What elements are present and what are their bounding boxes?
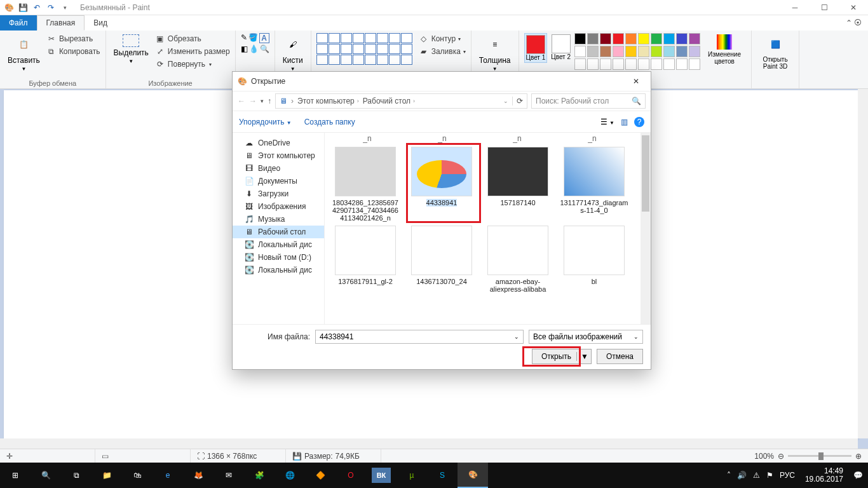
color-palette[interactable]: [574, 33, 700, 70]
nav-history-icon[interactable]: ▾: [261, 98, 264, 104]
color-swatch[interactable]: [663, 46, 675, 57]
open-paint3d-button[interactable]: 🟦 Открыть Paint 3D: [757, 33, 794, 71]
color-swatch-empty[interactable]: [625, 58, 637, 70]
file-item[interactable]: 1376817911_gl-2: [330, 226, 401, 293]
color-swatch[interactable]: [663, 33, 675, 44]
new-folder-button[interactable]: Создать папку: [304, 118, 355, 126]
files-scrollbar[interactable]: [641, 133, 651, 324]
zoom-slider[interactable]: [788, 455, 851, 457]
refresh-icon[interactable]: ⟳: [512, 97, 523, 105]
vertical-scrollbar[interactable]: [858, 89, 868, 438]
color-swatch[interactable]: [651, 33, 662, 44]
color-swatch-empty[interactable]: [651, 58, 662, 70]
home-tab[interactable]: Главная: [37, 15, 85, 30]
bucket-icon[interactable]: 🪣: [248, 33, 258, 43]
notifications-icon[interactable]: 💬: [853, 471, 863, 480]
color-swatch[interactable]: [651, 46, 662, 57]
tree-item[interactable]: 💽Локальный дис: [233, 264, 324, 276]
tree-item[interactable]: 🎞Видео: [233, 162, 324, 175]
store-icon[interactable]: 🛍: [122, 463, 153, 488]
color-swatch[interactable]: [600, 46, 611, 57]
tree-item[interactable]: 🖥Этот компьютер: [233, 149, 324, 162]
tree-item[interactable]: ⬇Загрузки: [233, 187, 324, 200]
tree-item[interactable]: 💽Локальный дис: [233, 238, 324, 251]
nav-up-icon[interactable]: ↑: [268, 97, 271, 105]
breadcrumb[interactable]: 🖥 › Этот компьютер› Рабочий стол› ⌄ ⟳: [275, 93, 527, 109]
color-swatch-empty[interactable]: [676, 58, 688, 70]
color-swatch[interactable]: [625, 46, 637, 57]
clock[interactable]: 14:49 19.06.2017: [801, 467, 847, 484]
language-indicator[interactable]: РУС: [780, 471, 795, 480]
network-icon[interactable]: ⚠: [753, 471, 760, 480]
file-item[interactable]: amazon-ebay-aliexpress-alibaba: [482, 226, 553, 293]
outline-button[interactable]: ◇Контур▾: [419, 33, 466, 44]
rotate-button[interactable]: ⟳Повернуть▾: [155, 58, 230, 70]
color-swatch[interactable]: [689, 46, 700, 57]
color-swatch[interactable]: [676, 46, 688, 57]
file-item[interactable]: bl: [559, 226, 630, 293]
file-item[interactable]: 1311771473_diagrams-11-4_0: [559, 147, 630, 222]
flag-icon[interactable]: ⚑: [766, 471, 773, 480]
redo-icon[interactable]: ↷: [46, 3, 56, 13]
zoom-out-button[interactable]: ⊖: [778, 452, 784, 461]
collapse-ribbon-icon[interactable]: ⌃ ⦿: [839, 15, 868, 30]
color-swatch[interactable]: [587, 33, 599, 44]
file-item[interactable]: 157187140: [482, 147, 553, 222]
tree-item[interactable]: 🖼Изображения: [233, 200, 324, 213]
color-swatch-empty[interactable]: [663, 58, 675, 70]
tree-item[interactable]: ☁OneDrive: [233, 137, 324, 149]
cancel-button[interactable]: Отмена: [597, 349, 643, 364]
color-swatch[interactable]: [613, 33, 624, 44]
tray-chevron-icon[interactable]: ˄: [727, 471, 731, 480]
opera-icon[interactable]: O: [336, 463, 366, 488]
mail-icon[interactable]: ✉: [214, 463, 244, 488]
color-swatch[interactable]: [638, 33, 649, 44]
fill-button[interactable]: ▰Заливка▾: [419, 46, 466, 57]
color-swatch[interactable]: [638, 46, 649, 57]
breadcrumb-dropdown-icon[interactable]: ⌄: [503, 98, 508, 104]
paint-taskbar-icon[interactable]: 🎨: [458, 463, 488, 488]
save-icon[interactable]: 💾: [18, 3, 28, 13]
color-swatch[interactable]: [574, 46, 586, 57]
color-swatch-empty[interactable]: [689, 58, 700, 70]
nav-forward-icon[interactable]: →: [249, 97, 257, 105]
edit-colors-button[interactable]: Изменение цветов: [703, 33, 746, 66]
file-tab[interactable]: Файл: [0, 15, 37, 30]
eraser-icon[interactable]: ◧: [241, 44, 248, 53]
close-button[interactable]: ✕: [839, 0, 868, 15]
brushes-button[interactable]: 🖌 Кисти ▼: [280, 33, 306, 73]
file-item[interactable]: 18034286_1238569742907134_74034466411340…: [330, 147, 401, 222]
skype-icon[interactable]: S: [427, 463, 458, 488]
color-swatch-empty[interactable]: [638, 58, 649, 70]
select-button[interactable]: Выделить ▼: [111, 33, 151, 65]
color-swatch[interactable]: [689, 33, 700, 44]
file-item[interactable]: 1436713070_24: [406, 226, 477, 293]
color-swatch[interactable]: [587, 46, 599, 57]
tree-item[interactable]: 🎵Музыка: [233, 213, 324, 226]
view-mode-button[interactable]: ☰ ▼: [600, 118, 614, 126]
tree-item[interactable]: 💽Новый том (D:): [233, 251, 324, 264]
color-swatch[interactable]: [574, 33, 586, 44]
color-swatch-empty[interactable]: [574, 58, 586, 70]
nav-back-icon[interactable]: ←: [238, 97, 245, 105]
pencil-icon[interactable]: ✎: [241, 33, 247, 43]
cut-button[interactable]: ✂Вырезать: [46, 33, 100, 44]
edge-icon[interactable]: e: [153, 463, 183, 488]
tree-item[interactable]: 📄Документы: [233, 175, 324, 187]
view-tab[interactable]: Вид: [85, 15, 116, 30]
torrent-icon[interactable]: µ: [397, 463, 427, 488]
color-swatch[interactable]: [625, 33, 637, 44]
minimize-button[interactable]: ─: [780, 0, 810, 15]
zoom-icon[interactable]: 🔍: [260, 44, 269, 53]
shapes-gallery[interactable]: [316, 33, 412, 65]
app-icon-2[interactable]: 🔶: [305, 463, 336, 488]
paste-button[interactable]: 📋 Вставить ▼: [5, 33, 43, 73]
resize-button[interactable]: ⤢Изменить размер: [155, 46, 230, 57]
organize-button[interactable]: Упорядочить ▼: [239, 118, 292, 126]
thickness-button[interactable]: ≡ Толщина ▼: [477, 33, 513, 73]
undo-icon[interactable]: ↶: [32, 3, 42, 13]
picker-icon[interactable]: 💧: [249, 44, 259, 53]
color-swatch-empty[interactable]: [600, 58, 611, 70]
vk-icon[interactable]: ВК: [372, 468, 391, 483]
search-icon[interactable]: 🔍: [31, 463, 61, 488]
